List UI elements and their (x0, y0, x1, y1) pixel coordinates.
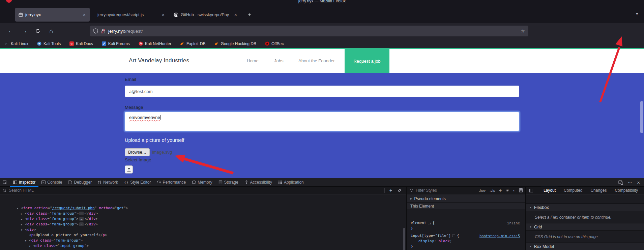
back-button[interactable]: ← (7, 27, 15, 35)
forward-button[interactable]: → (21, 27, 29, 35)
rule-selector[interactable]: element{inline (411, 220, 523, 226)
email-field[interactable] (125, 86, 519, 97)
expand-arrow-icon[interactable]: ▼ (17, 206, 18, 211)
devtools-close-icon[interactable]: × (637, 180, 640, 185)
bookmark-item[interactable]: wKali Docs (69, 41, 93, 46)
devtools-tab-application[interactable]: Application (275, 178, 307, 186)
memory-icon (192, 180, 196, 184)
devtools-tab-performance[interactable]: Performance (154, 178, 189, 186)
rule-separator (407, 231, 525, 231)
expand-arrow-icon[interactable]: ▶ (21, 222, 22, 227)
collapsed-children-icon[interactable]: … (79, 222, 84, 226)
expand-arrow-icon[interactable]: ▼ (29, 244, 30, 249)
bookmark-item[interactable]: Kali Tools (37, 41, 61, 46)
bookmark-item[interactable]: Exploit-DB (180, 41, 206, 46)
browser-tab[interactable]: jerry.nyx× (15, 8, 90, 22)
section-collapse-icon[interactable]: ▼ (529, 206, 532, 209)
markup-row[interactable]: ▼<div class="form-group"> (0, 238, 406, 243)
tab-close-icon[interactable]: × (82, 12, 86, 18)
add-rule-icon[interactable]: + (499, 188, 502, 193)
nav-item-about-the-founder[interactable]: About the Founder (298, 58, 335, 63)
url-bar[interactable]: jerry.nyx/request/ ☆ (90, 26, 528, 36)
devtools-tab-accessibility[interactable]: Accessibility (241, 178, 275, 186)
home-button[interactable]: ⌂ (47, 27, 55, 35)
message-field[interactable]: emvoemverivne (125, 112, 519, 131)
filter-styles-input[interactable]: Filter Styles (416, 188, 437, 193)
dark-scheme-icon[interactable]: ◐ (513, 188, 515, 192)
site-brand[interactable]: Art Vandelay Industries (129, 57, 189, 64)
list-all-tabs-icon[interactable]: ▾ (636, 11, 638, 16)
browser-tab[interactable]: GitHub - swisskyrepo/Pay× (170, 8, 241, 22)
sidebar-toggle-icon[interactable] (526, 187, 536, 194)
expand-arrow-icon[interactable]: ▼ (21, 227, 22, 233)
add-node-icon[interactable]: + (389, 188, 392, 193)
nav-item-request-a-job[interactable]: Request a job (345, 49, 389, 73)
expand-arrow-icon[interactable]: ▶ (21, 217, 22, 222)
section-collapse-icon[interactable]: ▼ (529, 245, 532, 248)
sidebar-tab-changes[interactable]: Changes (587, 187, 610, 194)
bookmark-item[interactable]: Google Hacking DB (214, 41, 256, 46)
layout-section-box-model[interactable]: ▼Box Model (526, 243, 644, 250)
devtools-tab-style-editor[interactable]: {}Style Editor (121, 178, 154, 186)
eyedropper-icon[interactable] (398, 188, 402, 192)
collapsed-children-icon[interactable]: … (79, 217, 84, 221)
devtools-tab-network[interactable]: Network (95, 178, 121, 186)
reload-button[interactable] (34, 27, 42, 35)
devtools-tab-inspector[interactable]: Inspector (10, 178, 38, 186)
bookmark-star-icon[interactable]: ☆ (521, 28, 525, 34)
layout-section-flexbox[interactable]: ▼Flexbox (526, 204, 644, 211)
nav-item-jobs[interactable]: Jobs (274, 58, 283, 63)
markup-scrollbar[interactable] (403, 228, 405, 250)
node-picker-icon[interactable] (0, 178, 10, 186)
devtools-menu-icon[interactable]: … (628, 179, 632, 184)
search-html-input[interactable]: Search HTML (9, 188, 34, 193)
upload-submit-button[interactable] (125, 165, 133, 174)
devtools-tab-memory[interactable]: Memory (189, 178, 215, 186)
class-toggle[interactable]: .cls (490, 188, 495, 192)
markup-row[interactable]: ▼<div class="input-group"> (0, 243, 406, 249)
stylesheet-link[interactable]: bootstrap.min.css:5 (479, 233, 520, 239)
pseudo-class-toggle[interactable]: :hov (479, 188, 486, 192)
page-scrollbar[interactable] (640, 101, 643, 133)
markup-row[interactable]: ▶<div class="form-group">…</div> (0, 222, 406, 227)
markup-row[interactable]: ▼<form action="/request/submit.php" meth… (0, 206, 406, 211)
markup-row[interactable]: ▶<div class="form-group">…</div> (0, 211, 406, 216)
tab-close-icon[interactable]: × (234, 12, 238, 18)
markup-row[interactable]: ▼<div class="custom-file"> (0, 249, 406, 250)
bookmark-label: Kali Linux (11, 41, 28, 46)
section-collapse-icon[interactable]: ▼ (529, 226, 532, 228)
markup-row[interactable]: ▶<div class="form-group">…</div> (0, 216, 406, 222)
markup-row[interactable]: ▼<div> (0, 227, 406, 232)
nav-item-home[interactable]: Home (247, 58, 259, 63)
layout-section-grid[interactable]: ▼Grid (526, 223, 644, 231)
bookmark-item[interactable]: Kali NetHunter (139, 41, 171, 46)
bookmark-item[interactable]: OffSec (265, 41, 284, 46)
bookmark-item[interactable]: Kali Forums (102, 41, 130, 46)
devtools-tab-storage[interactable]: Storage (215, 178, 241, 186)
bookmark-item[interactable]: Kali Linux (4, 41, 28, 46)
devtools-tab-debugger[interactable]: Debugger (65, 178, 95, 186)
flex-grid-toggle-icon[interactable] (428, 222, 431, 224)
responsive-design-icon[interactable] (618, 180, 623, 185)
collapsed-children-icon[interactable]: … (79, 212, 84, 215)
expand-arrow-icon[interactable]: ▼ (25, 238, 26, 244)
insecure-lock-icon[interactable] (101, 29, 106, 34)
sidebar-tab-layout[interactable]: Layout (540, 187, 559, 194)
light-scheme-icon[interactable]: ☀ (506, 188, 509, 192)
navigation-toolbar: ← → ⌂ jerry.nyx/request/ ☆ BURP (0, 23, 644, 39)
print-media-icon[interactable] (519, 188, 523, 192)
pseudo-elements-section[interactable]: ▶Pseudo-elements (407, 195, 525, 202)
markup-row[interactable]: <p>Upload a picture of yourself</p> (0, 232, 406, 238)
browser-tab[interactable]: jerry.nyx/request/script.js× (92, 8, 169, 22)
sidebar-tab-computed[interactable]: Computed (560, 187, 586, 194)
sidebar-tab-compatibility[interactable]: Compatibility (611, 187, 642, 194)
browse-button[interactable]: Browse… (125, 148, 150, 156)
new-tab-button[interactable]: + (245, 10, 254, 19)
tab-close-icon[interactable]: × (161, 12, 165, 18)
flex-grid-toggle-icon[interactable] (452, 235, 455, 237)
rule-declaration[interactable]: display: block; (418, 239, 523, 244)
shield-icon[interactable] (93, 28, 98, 34)
expand-arrow-icon[interactable]: ▶ (21, 211, 22, 217)
devtools-tab-console[interactable]: Console (38, 178, 65, 186)
rule-selector[interactable]: input[type="file"]{bootstrap.min.css:5 (411, 233, 523, 239)
